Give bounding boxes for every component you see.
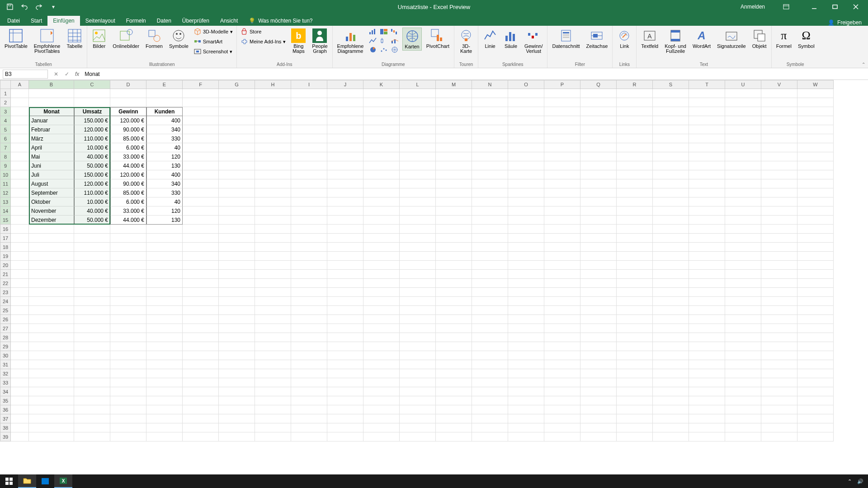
cell-U29[interactable] — [725, 342, 761, 351]
cell-T24[interactable] — [689, 297, 725, 306]
cell-M16[interactable] — [436, 225, 472, 234]
cell-H22[interactable] — [255, 279, 291, 288]
cell-Q27[interactable] — [580, 324, 617, 333]
cell-F16[interactable] — [183, 225, 219, 234]
cell-A3[interactable] — [11, 107, 29, 116]
cell-P13[interactable] — [544, 197, 580, 206]
col-header-O[interactable]: O — [508, 80, 544, 89]
cell-C11[interactable]: 120.000 € — [74, 179, 110, 188]
cell-G3[interactable] — [219, 107, 255, 116]
cell-A20[interactable] — [11, 261, 29, 270]
cell-M15[interactable] — [436, 216, 472, 225]
cell-J18[interactable] — [327, 243, 363, 252]
cell-G30[interactable] — [219, 351, 255, 360]
cell-D35[interactable] — [110, 396, 146, 405]
row-header-22[interactable]: 22 — [0, 279, 11, 288]
cell-Q12[interactable] — [580, 188, 617, 197]
cell-E36[interactable] — [146, 405, 183, 414]
cell-U11[interactable] — [725, 179, 761, 188]
cell-T2[interactable] — [689, 98, 725, 107]
cell-T36[interactable] — [689, 405, 725, 414]
cell-L26[interactable] — [400, 315, 436, 324]
cell-D31[interactable] — [110, 360, 146, 369]
cell-R11[interactable] — [617, 179, 653, 188]
cell-M26[interactable] — [436, 315, 472, 324]
cell-U10[interactable] — [725, 170, 761, 179]
cell-V16[interactable] — [761, 225, 797, 234]
cell-A27[interactable] — [11, 324, 29, 333]
cell-I24[interactable] — [291, 297, 327, 306]
cell-Q28[interactable] — [580, 333, 617, 342]
cell-D20[interactable] — [110, 261, 146, 270]
cell-F7[interactable] — [183, 143, 219, 152]
cell-V21[interactable] — [761, 270, 797, 279]
cell-B2[interactable] — [29, 98, 74, 107]
cell-W23[interactable] — [797, 288, 834, 297]
online-pictures-button[interactable]: Onlinebilder — [111, 28, 141, 50]
row-header-7[interactable]: 7 — [0, 143, 11, 152]
cell-F31[interactable] — [183, 360, 219, 369]
cell-I16[interactable] — [291, 225, 327, 234]
cell-C30[interactable] — [74, 351, 110, 360]
cell-K34[interactable] — [363, 387, 400, 396]
cell-I7[interactable] — [291, 143, 327, 152]
cell-V28[interactable] — [761, 333, 797, 342]
cell-R30[interactable] — [617, 351, 653, 360]
cell-U8[interactable] — [725, 152, 761, 161]
cell-O13[interactable] — [508, 197, 544, 206]
cell-O16[interactable] — [508, 225, 544, 234]
tab-daten[interactable]: Daten — [151, 16, 177, 26]
cell-N4[interactable] — [472, 116, 508, 125]
cell-J8[interactable] — [327, 152, 363, 161]
cell-G19[interactable] — [219, 252, 255, 261]
cell-G6[interactable] — [219, 134, 255, 143]
formula-input[interactable]: Monat — [82, 70, 868, 78]
cell-Q20[interactable] — [580, 261, 617, 270]
cell-F14[interactable] — [183, 206, 219, 216]
row-header-34[interactable]: 34 — [0, 387, 11, 396]
cell-W11[interactable] — [797, 179, 834, 188]
cell-I33[interactable] — [291, 378, 327, 387]
cell-S16[interactable] — [653, 225, 689, 234]
cell-R22[interactable] — [617, 279, 653, 288]
cell-Q35[interactable] — [580, 396, 617, 405]
cell-Q17[interactable] — [580, 234, 617, 243]
cell-Q3[interactable] — [580, 107, 617, 116]
cell-O3[interactable] — [508, 107, 544, 116]
cell-C8[interactable]: 40.000 € — [74, 152, 110, 161]
cell-R8[interactable] — [617, 152, 653, 161]
cell-Q5[interactable] — [580, 125, 617, 134]
cell-S7[interactable] — [653, 143, 689, 152]
cell-L32[interactable] — [400, 369, 436, 378]
cell-T28[interactable] — [689, 333, 725, 342]
cell-R23[interactable] — [617, 288, 653, 297]
cell-S20[interactable] — [653, 261, 689, 270]
cell-J11[interactable] — [327, 179, 363, 188]
scatter-chart-button[interactable] — [379, 46, 389, 54]
cell-R27[interactable] — [617, 324, 653, 333]
row-header-10[interactable]: 10 — [0, 170, 11, 179]
cell-C35[interactable] — [74, 396, 110, 405]
row-header-26[interactable]: 26 — [0, 315, 11, 324]
tab-ansicht[interactable]: Ansicht — [215, 16, 243, 26]
cell-I10[interactable] — [291, 170, 327, 179]
cell-E33[interactable] — [146, 378, 183, 387]
cell-E16[interactable] — [146, 225, 183, 234]
cell-C7[interactable]: 10.000 € — [74, 143, 110, 152]
cell-C16[interactable] — [74, 225, 110, 234]
cell-J32[interactable] — [327, 369, 363, 378]
cell-F2[interactable] — [183, 98, 219, 107]
cell-U7[interactable] — [725, 143, 761, 152]
cell-J6[interactable] — [327, 134, 363, 143]
cell-Q9[interactable] — [580, 161, 617, 170]
cell-G5[interactable] — [219, 125, 255, 134]
cell-E29[interactable] — [146, 342, 183, 351]
cell-Q31[interactable] — [580, 360, 617, 369]
cell-H7[interactable] — [255, 143, 291, 152]
cell-O38[interactable] — [508, 423, 544, 432]
cell-S18[interactable] — [653, 243, 689, 252]
cell-H13[interactable] — [255, 197, 291, 206]
cell-E19[interactable] — [146, 252, 183, 261]
cell-N20[interactable] — [472, 261, 508, 270]
cell-A33[interactable] — [11, 378, 29, 387]
